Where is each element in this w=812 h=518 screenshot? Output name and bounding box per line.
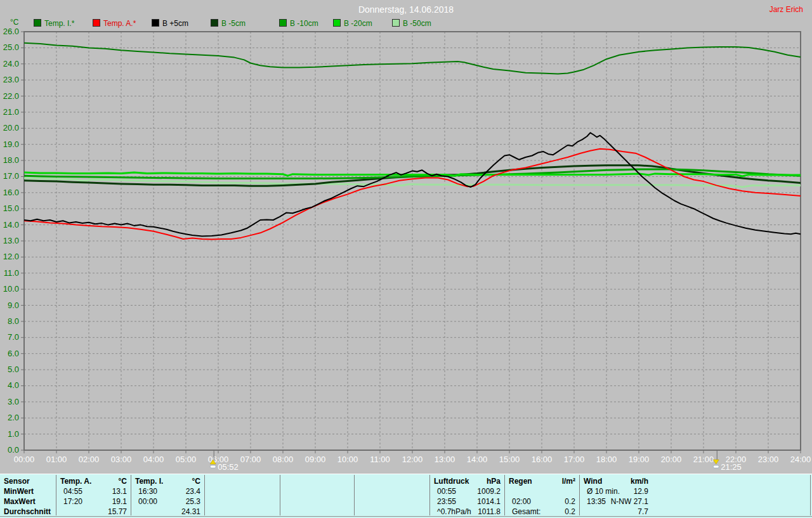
summary-cell-value: N-NW 27.1 [584,497,648,506]
y-axis-tick-label: 11.0 [4,268,19,278]
y-axis-tick-label: 0.0 [8,445,19,455]
sunset-marker-time: 21:25 [721,462,742,472]
y-axis-tick-label: 7.0 [8,332,19,342]
weather-day-view: { "header": { "title": "Donnerstag, 14.0… [0,0,812,518]
summary-header-unit: l/m² [509,477,575,486]
x-axis-tick-label: 12:00 [402,455,423,464]
summary-column-divider [354,475,355,515]
x-axis-tick-label: 16:00 [532,455,553,464]
y-axis-tick-label: 26.0 [3,27,19,36]
y-axis-tick-label: 18.0 [3,155,19,165]
y-axis-tick-label: 24.0 [3,59,19,68]
y-axis-tick-label: 12.0 [3,252,19,261]
summary-column-divider [280,475,280,515]
summary-bottom-line [0,516,812,517]
summary-cell-value: 1009.2 [434,487,501,496]
y-axis-tick-label: 3.0 [8,397,19,406]
sunrise-marker-icon [210,465,216,468]
y-axis-tick-label: 22.0 [3,91,19,101]
y-axis-tick-label: 21.0 [3,107,19,117]
x-axis-tick-label: 23:00 [758,455,779,464]
summary-header-unit: °C [135,477,200,486]
y-axis-tick-label: 17.0 [3,171,19,181]
summary-cell-value: 0.2 [509,497,575,506]
summary-cell-value: 0.2 [509,507,575,516]
x-axis-tick-label: 21:00 [693,455,714,464]
y-axis-tick-label: 19.0 [3,139,19,149]
y-axis-tick-label: 6.0 [8,349,19,358]
summary-header-unit: km/h [584,477,648,486]
y-axis-tick-label: 10.0 [3,284,19,294]
x-axis-tick-label: 13:00 [435,455,455,464]
x-axis-tick-label: 24:00 [790,455,811,464]
x-axis-tick-label: 15:00 [499,455,520,464]
x-axis-tick-label: 02:00 [79,455,100,464]
sunset-marker-icon [713,460,719,464]
summary-cell-value: 13.1 [60,487,127,496]
x-axis-tick-label: 05:00 [176,455,197,464]
summary-column-divider [131,475,131,515]
temperature-chart: 0.01.02.03.04.05.06.07.08.09.010.011.012… [0,0,812,474]
summary-column-divider [204,475,205,515]
summary-column-divider [429,475,430,515]
y-axis-tick-label: 4.0 [8,380,19,390]
y-axis-tick-label: 8.0 [8,316,19,326]
summary-cell-value: 25.3 [135,497,200,506]
y-axis-tick-label: 25.0 [3,42,19,52]
summary-column-divider [810,475,811,515]
summary-header-unit: hPa [434,477,501,486]
summary-header-unit: °C [60,477,127,486]
summary-row-label: MinWert [4,487,34,496]
summary-cell-value: 19.1 [60,497,127,506]
x-axis-tick-label: 00:00 [14,455,35,464]
summary-row-label: Sensor [4,477,30,486]
sunset-marker-icon [713,465,719,468]
y-axis-tick-label: 16.0 [3,188,19,197]
x-axis-tick-label: 14:00 [467,455,488,464]
x-axis-tick-label: 19:00 [629,455,650,464]
summary-cell-value: 15.77 [60,507,127,516]
y-axis-tick-label: 23.0 [3,75,19,84]
summary-cell-value: 7.7 [584,507,648,516]
summary-cell-value: 23.4 [135,487,200,496]
summary-column-divider [579,475,580,515]
x-axis-tick-label: 03:00 [111,455,132,464]
series-line-b-5cm [24,165,801,186]
sunrise-marker-time: 05:52 [218,462,239,472]
x-axis-tick-label: 17:00 [564,455,585,464]
y-axis-tick-label: 14.0 [3,220,19,230]
y-axis-tick-label: 2.0 [8,413,19,422]
y-axis-tick-label: 9.0 [8,301,19,310]
y-axis-tick-label: 5.0 [8,365,19,374]
summary-cell-value: 12.9 [584,487,648,496]
summary-cell-value: 1011.8 [434,507,501,516]
x-axis-tick-label: 20:00 [661,455,682,464]
y-axis-tick-label: 1.0 [8,429,19,439]
x-axis-tick-label: 11:00 [370,455,390,464]
summary-column-divider [504,475,505,515]
x-axis-tick-label: 09:00 [305,455,326,464]
x-axis-tick-label: 04:00 [143,455,164,464]
y-axis-tick-label: 15.0 [3,204,19,213]
x-axis-tick-label: 07:00 [240,455,261,464]
summary-cell-value: 1014.1 [434,497,501,506]
x-axis-tick-label: 01:00 [46,455,67,464]
x-axis-tick-label: 10:00 [337,455,358,464]
summary-column-divider [56,475,56,515]
summary-row-label: MaxWert [4,497,36,506]
y-axis-tick-label: 13.0 [3,236,19,245]
summary-table: SensorMinWertMaxWertDurchschnittTemp. A.… [0,474,812,518]
y-axis-tick-label: 20.0 [3,123,19,133]
summary-cell-value: 24.31 [135,507,200,516]
summary-row-label: Durchschnitt [4,507,51,516]
x-axis-tick-label: 08:00 [273,455,294,464]
x-axis-tick-label: 18:00 [596,455,617,464]
